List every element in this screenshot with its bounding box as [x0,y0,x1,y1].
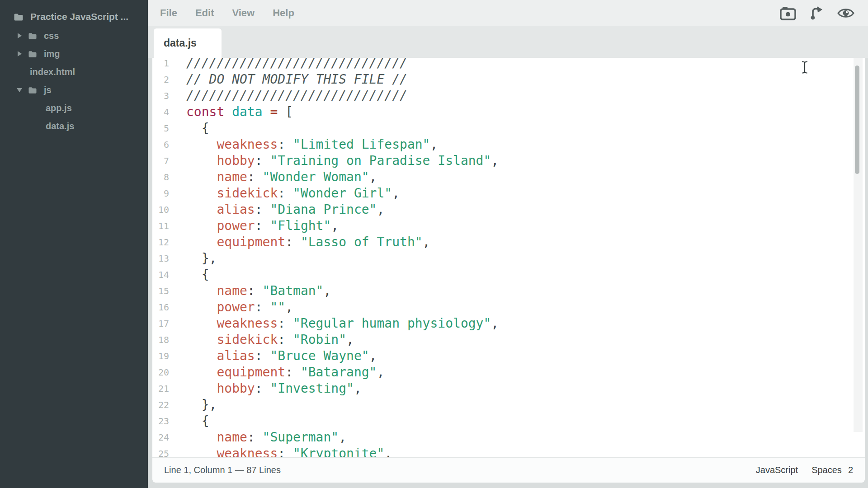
code-token-plain [186,218,217,233]
code-line[interactable]: 16 power: "", [152,299,865,315]
sidebar-item-label: app.js [46,103,72,113]
chevron-right-icon [16,51,23,56]
project-title-row[interactable]: Practice JavaScript ... [0,7,148,27]
code-token-plain [224,104,232,119]
code-token-punct: [ [285,104,293,119]
code-line[interactable]: 5 { [152,120,865,136]
sidebar-item-data-js[interactable]: data.js [0,117,148,135]
code-line[interactable]: 3///////////////////////////// [152,88,865,104]
sidebar-item-index-html[interactable]: index.html [0,63,148,81]
code-line-text: { [169,120,209,136]
code-token-comment: // DO NOT MODIFY THIS FILE // [186,72,407,87]
sidebar-item-css[interactable]: css [0,27,148,45]
code-line[interactable]: 10 alias: "Diana Prince", [152,202,865,218]
scrollbar-thumb[interactable] [855,66,859,174]
chevron-right-icon [16,33,23,38]
code-line[interactable]: 11 power: "Flight", [152,218,865,234]
line-number: 11 [152,218,169,234]
preview-button[interactable] [837,5,854,22]
camera-button[interactable] [779,5,797,22]
code-line-text: ///////////////////////////// [169,88,407,104]
code-line[interactable]: 15 name: "Batman", [152,283,865,299]
code-token-punct: { [186,267,209,282]
code-token-string: "Diana Prince" [270,202,377,217]
code-token-plain [186,186,217,201]
scrollbar-track[interactable] [854,58,863,432]
sidebar-item-js[interactable]: js [0,81,148,99]
code-line[interactable]: 12 equipment: "Lasso of Truth", [152,234,865,250]
code-line-text: name: "Superman", [169,429,346,446]
status-right-group: JavaScript Spaces 2 [756,465,853,475]
code-token-punct: , [339,430,346,445]
line-number: 24 [152,429,169,446]
code-line[interactable]: 6 weakness: "Limited Lifespan", [152,136,865,153]
line-number: 1 [152,58,169,71]
code-line[interactable]: 1///////////////////////////// [152,58,865,71]
code-token-plain [186,300,217,314]
publish-button[interactable] [808,5,826,22]
code-token-key: name [217,169,247,184]
code-token-string: "Lasso of Truth" [301,235,423,249]
code-line[interactable]: 22 }, [152,397,865,413]
code-line[interactable]: 18 sidekick: "Robin", [152,332,865,348]
indent-setting[interactable]: Spaces 2 [811,465,853,475]
code-line[interactable]: 14 { [152,267,865,283]
code-token-plain [186,332,217,347]
code-line[interactable]: 17 weakness: "Regular human physiology", [152,315,865,332]
code-line[interactable]: 23 { [152,413,865,429]
code-line-text: // DO NOT MODIFY THIS FILE // [169,71,407,88]
code-token-punct: , [369,169,377,184]
code-line[interactable]: 4const data = [ [152,104,865,120]
menu-view[interactable]: View [232,7,255,19]
line-number: 8 [152,169,169,185]
editor-card: 1/////////////////////////////2// DO NOT… [152,58,865,483]
menu-file[interactable]: File [160,7,177,19]
code-token-punct: , [430,137,438,152]
code-token-key: equipment [217,365,285,380]
code-token-punct: , [392,186,400,201]
project-title: Practice JavaScript ... [30,11,128,22]
code-line[interactable]: 13 }, [152,250,865,267]
code-token-punct: , [369,348,377,363]
sidebar-item-img[interactable]: img [0,45,148,63]
code-token-key: sidekick [217,332,278,347]
code-line-text: alias: "Diana Prince", [169,202,384,218]
menu-bar: File Edit View Help [148,0,868,26]
code-token-punct: , [491,316,499,331]
code-line[interactable]: 7 hobby: "Training on Paradise Island", [152,153,865,169]
code-editor[interactable]: 1/////////////////////////////2// DO NOT… [152,58,865,457]
tab-data-js[interactable]: data.js [154,28,222,58]
code-token-comment: ///////////////////////////// [186,58,407,70]
code-token-punct: : [255,348,270,363]
code-token-punct: : [278,316,293,331]
code-token-string: "Superman" [263,430,339,445]
code-token-string: "Robin" [293,332,346,347]
sidebar-item-label: index.html [30,67,75,77]
code-line[interactable]: 2// DO NOT MODIFY THIS FILE // [152,71,865,88]
line-number: 15 [152,283,169,299]
line-number: 5 [152,120,169,136]
folder-icon [28,86,37,94]
branch-arrow-icon [809,5,825,21]
line-number: 18 [152,332,169,348]
folder-icon [14,13,24,21]
line-number: 3 [152,88,169,104]
code-line[interactable]: 9 sidekick: "Wonder Girl", [152,185,865,202]
code-line[interactable]: 24 name: "Superman", [152,429,865,446]
code-line[interactable]: 25 weakness: "Kryptonite", [152,446,865,457]
code-line[interactable]: 21 hobby: "Investing", [152,380,865,397]
file-tree-sidebar: Practice JavaScript ... css img index.ht… [0,0,148,488]
menu-edit[interactable]: Edit [195,7,214,19]
code-token-punct: : [255,202,270,217]
code-token-key: power [217,218,255,233]
language-mode[interactable]: JavaScript [756,465,798,475]
code-token-string: "Bruce Wayne" [270,348,369,363]
sidebar-item-app-js[interactable]: app.js [0,99,148,117]
code-line[interactable]: 19 alias: "Bruce Wayne", [152,348,865,364]
code-token-punct: , [285,300,293,314]
menu-help[interactable]: Help [273,7,294,19]
code-token-punct: : [278,186,293,201]
code-line[interactable]: 8 name: "Wonder Woman", [152,169,865,185]
code-line[interactable]: 20 equipment: "Batarang", [152,364,865,380]
code-token-plain [263,104,270,119]
